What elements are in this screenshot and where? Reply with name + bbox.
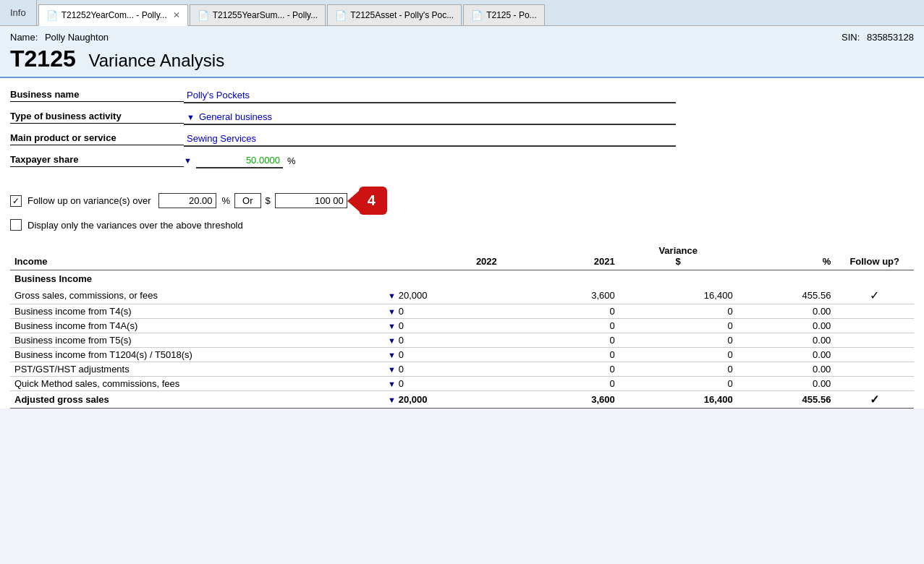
sin-label: SIN: [842, 32, 860, 43]
badge-number: 4 [359, 187, 387, 215]
total-2022: ▼20,000 [383, 391, 501, 409]
followup-checkbox[interactable]: ✓ [10, 195, 22, 207]
followup-pct-sign: % [222, 195, 231, 206]
row-arrow: ▼ [388, 380, 396, 388]
col-header-2022: 2022 [383, 242, 501, 270]
row-followup [835, 348, 914, 362]
row-label: Business income from T4(s) [10, 304, 383, 319]
business-activity-row: Type of business activity General busine… [10, 108, 914, 126]
name-value: Polly Naughton [45, 32, 109, 43]
taxpayer-value[interactable]: 50.0000 [196, 153, 283, 168]
row-variance: 0 [619, 333, 737, 348]
business-activity-label: Type of business activity [10, 111, 184, 124]
info-tab-label: Info [10, 7, 26, 18]
threshold-section: ✓ Follow up on variance(s) over % Or $ 4… [0, 179, 924, 242]
taxpayer-label: Taxpayer share [10, 154, 184, 167]
title-code: T2125 [10, 46, 76, 72]
row-2022[interactable]: ▼0 [383, 333, 501, 348]
row-2022[interactable]: ▼0 [383, 362, 501, 377]
main-content: Name: Polly Naughton SIN: 835853128 T212… [0, 26, 924, 409]
row-pct: 0.00 [737, 319, 836, 333]
tab-t21252-label: T21252YearCom... - Polly... [62, 10, 167, 20]
row-2021: 0 [501, 348, 619, 362]
row-2022[interactable]: ▼0 [383, 304, 501, 319]
tab-t21252-close[interactable]: ✕ [173, 10, 180, 20]
followup-amount-input[interactable] [275, 193, 347, 208]
row-arrow: ▼ [388, 365, 396, 374]
table-row: PST/GST/HST adjustments ▼0 0 0 0.00 [10, 362, 914, 377]
display-label: Display only the variances over the abov… [27, 220, 243, 231]
section-business-income-label: Business Income [10, 270, 914, 288]
name-label: Name: [10, 32, 38, 43]
row-arrow: ▼ [388, 336, 396, 345]
col-variance-label: Variance [658, 245, 698, 256]
business-activity-value[interactable]: General business [184, 110, 676, 125]
row-label: Business income from T4A(s) [10, 319, 383, 333]
row-variance: 0 [619, 348, 737, 362]
row-variance: 16,400 [619, 287, 737, 304]
row-pct: 0.00 [737, 362, 836, 377]
section-business-income: Business Income [10, 270, 914, 288]
row-pct: 0.00 [737, 333, 836, 348]
row-variance: 0 [619, 377, 737, 391]
tab-t21255-icon: 📄 [198, 10, 209, 21]
dollar-sign: $ [266, 195, 271, 206]
row-label: PST/GST/HST adjustments [10, 362, 383, 377]
tab-t21252[interactable]: 📄 T21252YearCom... - Polly... ✕ [38, 4, 188, 26]
row-pct: 0.00 [737, 377, 836, 391]
display-checkbox[interactable] [10, 219, 22, 231]
row-2021: 0 [501, 377, 619, 391]
tab-info[interactable]: Info [0, 0, 37, 25]
row-2021: 0 [501, 362, 619, 377]
row-pct: 455.56 [737, 287, 836, 304]
row-label: Quick Method sales, commissions, fees [10, 377, 383, 391]
followup-check: ✓ [870, 393, 879, 406]
row-arrow: ▼ [388, 322, 396, 330]
taxpayer-pct: % [287, 155, 296, 166]
tab-t2125-icon: 📄 [471, 10, 483, 21]
followup-pct-input[interactable] [158, 193, 216, 208]
row-arrow: ▼ [388, 291, 396, 300]
tab-t2125-label: T2125 - Po... [486, 10, 536, 20]
tab-t2125asset[interactable]: 📄 T2125Asset - Polly's Poc... [327, 4, 462, 26]
row-followup [835, 377, 914, 391]
row-2022[interactable]: ▼0 [383, 348, 501, 362]
row-2022[interactable]: ▼20,000 [383, 287, 501, 304]
row-followup [835, 362, 914, 377]
col-header-2021: 2021 [501, 242, 619, 270]
total-pct: 455.56 [737, 391, 836, 409]
tab-t2125[interactable]: 📄 T2125 - Po... [463, 4, 544, 26]
business-name-value[interactable]: Polly's Pockets [184, 88, 676, 103]
business-name-row: Business name Polly's Pockets [10, 87, 914, 104]
product-value[interactable]: Sewing Services [184, 132, 676, 147]
row-label: Gross sales, commissions, or fees [10, 287, 383, 304]
followup-row: ✓ Follow up on variance(s) over % Or $ 4 [10, 187, 914, 215]
col-header-followup: Follow up? [835, 242, 914, 270]
row-arrow: ▼ [388, 351, 396, 359]
row-label: Business income from T1204(s) / T5018(s) [10, 348, 383, 362]
row-pct: 0.00 [737, 304, 836, 319]
tab-t21255[interactable]: 📄 T21255YearSum... - Polly... [190, 4, 326, 26]
row-variance: 0 [619, 362, 737, 377]
row-2021: 0 [501, 304, 619, 319]
total-label: Adjusted gross sales [10, 391, 383, 409]
tab-t21255-label: T21255YearSum... - Polly... [213, 10, 318, 20]
total-variance: 16,400 [619, 391, 737, 409]
row-followup: ✓ [835, 287, 914, 304]
header-top: Name: Polly Naughton SIN: 835853128 [10, 32, 914, 43]
page-title: T2125 Variance Analysis [10, 46, 914, 72]
table-row: Quick Method sales, commissions, fees ▼0… [10, 377, 914, 391]
tab-bar: Info 📄 T21252YearCom... - Polly... ✕ 📄 T… [0, 0, 924, 26]
row-2022[interactable]: ▼0 [383, 377, 501, 391]
row-variance: 0 [619, 319, 737, 333]
or-label: Or [242, 195, 253, 206]
table-row: Business income from T1204(s) / T5018(s)… [10, 348, 914, 362]
row-arrow: ▼ [388, 307, 396, 316]
table-section: Income 2022 2021 Variance $ % Follow up?… [0, 242, 924, 409]
row-2022[interactable]: ▼0 [383, 319, 501, 333]
table-header-row: Income 2022 2021 Variance $ % Follow up? [10, 242, 914, 270]
or-box: Or [234, 193, 260, 208]
row-2021: 3,600 [501, 287, 619, 304]
followup-check: ✓ [870, 289, 879, 302]
total-row: Adjusted gross sales ▼20,000 3,600 16,40… [10, 391, 914, 409]
